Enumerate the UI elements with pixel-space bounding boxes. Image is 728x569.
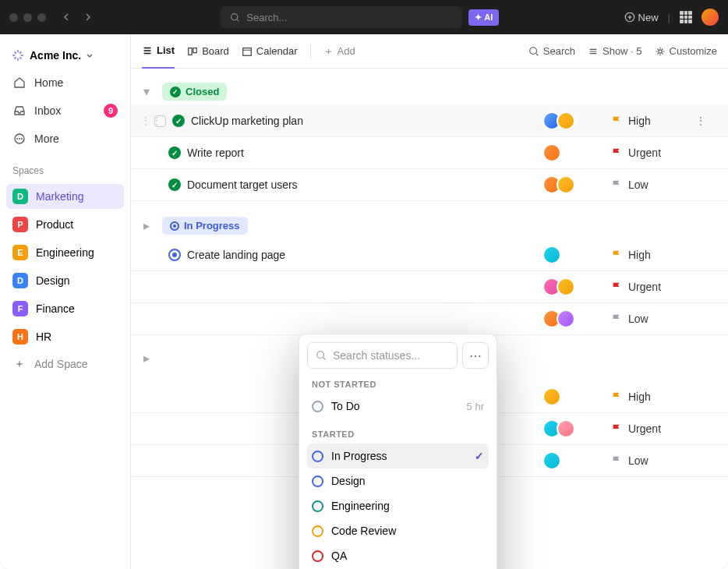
avatar[interactable] — [542, 387, 561, 406]
avatar[interactable] — [557, 309, 575, 328]
drag-handle-icon[interactable]: ⋮⋮ — [140, 115, 148, 127]
avatar[interactable] — [557, 277, 575, 296]
status-in-progress[interactable]: In Progress ✓ — [307, 444, 489, 468]
task-name[interactable]: Document target users — [187, 178, 536, 191]
status-ring-icon — [312, 475, 323, 487]
svg-rect-8 — [243, 48, 252, 55]
avatar[interactable] — [542, 451, 561, 470]
status-indicator[interactable] — [168, 147, 181, 159]
assignees[interactable] — [542, 175, 605, 194]
assignees[interactable] — [542, 309, 605, 328]
priority-urgent[interactable]: Urgent — [611, 281, 689, 293]
task-name[interactable]: Create landing page — [187, 249, 536, 261]
task-checkbox[interactable] — [154, 115, 166, 127]
svg-rect-7 — [193, 48, 196, 52]
space-product[interactable]: P Product — [6, 212, 124, 237]
status-indicator[interactable] — [168, 249, 181, 261]
workspace-switcher[interactable]: Acme Inc. — [6, 44, 124, 67]
task-row[interactable]: Urgent — [131, 271, 728, 303]
task-row[interactable]: Create landing page High — [131, 239, 728, 271]
user-avatar[interactable] — [701, 9, 719, 26]
apps-grid-icon[interactable] — [680, 11, 692, 23]
calendar-icon — [242, 46, 253, 57]
assignees[interactable] — [542, 246, 605, 264]
view-toolbar: List Board Calendar ＋ Add — [131, 34, 728, 69]
nav-home[interactable]: Home — [6, 70, 124, 95]
chevron-right-icon[interactable]: ▸ — [143, 351, 156, 366]
chevron-right-icon[interactable]: ▸ — [143, 218, 156, 233]
space-design[interactable]: D Design — [6, 268, 124, 293]
assignees[interactable] — [542, 451, 605, 470]
status-design[interactable]: Design — [307, 468, 489, 493]
assignees[interactable] — [542, 387, 605, 406]
task-name[interactable]: Write report — [187, 147, 536, 159]
close-dot[interactable] — [9, 13, 18, 22]
status-ring-icon — [312, 451, 323, 462]
status-indicator[interactable] — [172, 115, 185, 127]
avatar[interactable] — [557, 419, 575, 438]
view-list[interactable]: List — [142, 34, 175, 69]
new-button[interactable]: New — [624, 12, 659, 23]
assignees[interactable] — [542, 111, 605, 130]
avatar[interactable] — [542, 246, 561, 264]
ai-button[interactable]: ✦ AI — [468, 9, 499, 26]
flag-icon — [611, 179, 622, 190]
priority-urgent[interactable]: Urgent — [611, 422, 689, 435]
priority-low[interactable]: Low — [611, 178, 689, 191]
status-search-input[interactable]: Search statuses... — [307, 342, 458, 369]
avatar[interactable] — [557, 175, 575, 194]
status-pill-closed[interactable]: ✓ Closed — [162, 83, 227, 101]
toolbar-customize[interactable]: Customize — [655, 45, 717, 57]
status-qa[interactable]: QA — [307, 543, 489, 568]
main-content: List Board Calendar ＋ Add — [131, 34, 728, 569]
status-pill-progress[interactable]: In Progress — [162, 217, 248, 235]
priority-high[interactable]: High — [611, 115, 689, 127]
popover-more-button[interactable]: ⋯ — [462, 342, 489, 369]
group-in-progress[interactable]: ▸ In Progress — [131, 212, 728, 239]
space-marketing[interactable]: D Marketing — [6, 184, 124, 209]
avatar[interactable] — [557, 111, 575, 130]
chevron-down-icon[interactable]: ▾ — [143, 84, 156, 99]
priority-high[interactable]: High — [611, 391, 689, 403]
priority-high[interactable]: High — [611, 249, 689, 261]
status-indicator[interactable] — [168, 178, 181, 191]
task-row[interactable]: Low — [131, 303, 728, 335]
status-ring-icon — [312, 500, 323, 512]
maximize-dot[interactable] — [37, 13, 46, 22]
task-row[interactable]: Write report Urgent — [131, 137, 728, 169]
plus-icon: ＋ — [12, 357, 27, 371]
status-todo[interactable]: To Do 5 hr — [307, 394, 489, 419]
nav-more[interactable]: More — [6, 126, 124, 151]
priority-low[interactable]: Low — [611, 313, 689, 325]
space-hr[interactable]: H HR — [6, 324, 124, 349]
add-space[interactable]: ＋ Add Space — [6, 352, 124, 376]
group-closed[interactable]: ▾ ✓ Closed — [131, 78, 728, 105]
view-board[interactable]: Board — [187, 34, 229, 69]
toolbar-search[interactable]: Search — [528, 45, 575, 57]
status-code-review[interactable]: Code Review — [307, 518, 489, 543]
task-row[interactable]: ⋮⋮ ClickUp marketing plan High ⋮ — [131, 105, 728, 137]
assignees[interactable] — [542, 277, 605, 296]
status-engineering[interactable]: Engineering — [307, 493, 489, 518]
nav-inbox[interactable]: Inbox 9 — [6, 98, 124, 123]
view-calendar[interactable]: Calendar — [242, 34, 298, 69]
nav-back[interactable] — [58, 9, 76, 26]
logo-icon — [11, 48, 25, 62]
priority-low[interactable]: Low — [611, 454, 689, 467]
task-name[interactable]: ClickUp marketing plan — [191, 115, 536, 127]
nav-forward[interactable] — [79, 9, 96, 26]
toolbar-show[interactable]: Show · 5 — [588, 45, 642, 57]
check-icon: ✓ — [475, 450, 484, 462]
assignees[interactable] — [542, 419, 605, 438]
space-finance[interactable]: F Finance — [6, 296, 124, 321]
avatar[interactable] — [542, 143, 561, 162]
assignees[interactable] — [542, 143, 605, 162]
row-menu-icon[interactable]: ⋮ — [695, 115, 716, 127]
plus-circle-icon — [624, 12, 635, 23]
task-row[interactable]: Document target users Low — [131, 169, 728, 201]
view-add[interactable]: ＋ Add — [323, 34, 355, 69]
priority-urgent[interactable]: Urgent — [611, 147, 689, 159]
minimize-dot[interactable] — [23, 13, 32, 22]
global-search[interactable]: Search... — [221, 6, 462, 28]
space-engineering[interactable]: E Engineering — [6, 240, 124, 265]
